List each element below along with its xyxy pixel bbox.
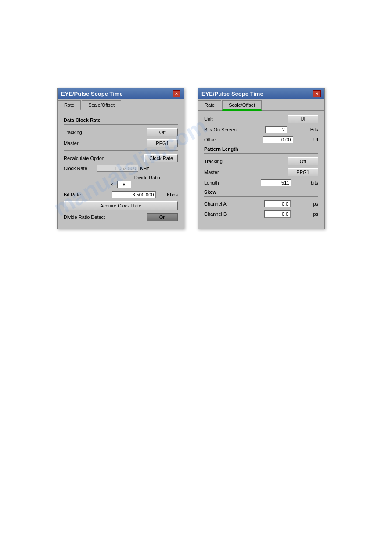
right-tracking-button[interactable]: Off xyxy=(288,157,318,165)
channel-b-label: Channel B xyxy=(204,211,244,217)
right-dialog-content: Unit UI Bits On Screen Bits Offset UI Pa… xyxy=(198,111,324,225)
right-dialog-close-button[interactable]: × xyxy=(313,90,321,97)
bits-on-screen-input[interactable] xyxy=(265,126,287,133)
right-dialog-titlebar: EYE/Pulse Scope Time × xyxy=(198,88,324,99)
left-dialog-tabs: Rate Scale/Offset xyxy=(58,99,184,110)
bottom-rule xyxy=(13,511,379,511)
channel-b-input[interactable] xyxy=(264,210,291,218)
divide-ratio-detect-label: Divide Ratio Detect xyxy=(64,214,105,220)
divide-ratio-value[interactable]: 8 xyxy=(117,181,131,188)
pattern-length-section-label: Pattern Length xyxy=(204,146,318,152)
clock-rate-row: Clock Rate KHz xyxy=(64,165,178,172)
left-dialog: EYE/Pulse Scope Time × Rate Scale/Offset… xyxy=(57,88,184,229)
bits-on-screen-row: Bits On Screen Bits xyxy=(204,126,318,133)
dialogs-container: EYE/Pulse Scope Time × Rate Scale/Offset… xyxy=(57,88,325,229)
skew-divider xyxy=(204,196,318,197)
offset-row: Offset UI xyxy=(204,136,318,143)
left-tab-rate[interactable]: Rate xyxy=(58,100,81,110)
left-dialog-content: Data Clock Rate Tracking Off Master PPG1… xyxy=(58,110,184,229)
left-tab-scale-offset[interactable]: Scale/Offset xyxy=(82,100,121,110)
tracking-button[interactable]: Off xyxy=(147,128,178,136)
data-clock-rate-section-label: Data Clock Rate xyxy=(64,117,178,123)
right-tracking-label: Tracking xyxy=(204,159,244,164)
right-master-row: Master PPG1 xyxy=(204,168,318,176)
length-row: Length bits xyxy=(204,179,318,186)
bit-rate-row: Bit Rate Kbps xyxy=(64,191,178,198)
right-dialog-tabs: Rate Scale/Offset xyxy=(198,99,324,111)
bits-on-screen-unit: Bits xyxy=(310,127,318,132)
unit-row: Unit UI xyxy=(204,115,318,123)
recalculate-row: Recalculate Option Clock Rate xyxy=(64,154,178,162)
multiply-symbol: × xyxy=(110,181,113,188)
divide-ratio-detect-button[interactable]: On xyxy=(147,213,178,221)
bits-on-screen-label: Bits On Screen xyxy=(204,127,244,132)
clock-rate-unit: KHz xyxy=(140,166,149,171)
page: manualslib.com EYE/Pulse Scope Time × Ra… xyxy=(0,0,392,555)
tracking-label: Tracking xyxy=(64,130,103,135)
recalculate-label: Recalculate Option xyxy=(64,156,116,161)
clock-rate-label: Clock Rate xyxy=(64,166,97,171)
bit-rate-unit: Kbps xyxy=(167,192,178,197)
right-master-label: Master xyxy=(204,170,244,175)
bit-rate-label: Bit Rate xyxy=(64,192,103,197)
clock-rate-input[interactable] xyxy=(97,165,138,172)
left-dialog-close-button[interactable]: × xyxy=(173,90,180,97)
master-button[interactable]: PPG1 xyxy=(147,139,178,147)
skew-section-label: Skew xyxy=(204,189,318,195)
offset-unit: UI xyxy=(313,137,318,142)
offset-input[interactable] xyxy=(263,136,293,143)
channel-a-input[interactable] xyxy=(264,200,291,207)
top-rule xyxy=(13,62,379,62)
right-tab-scale-offset[interactable]: Scale/Offset xyxy=(222,100,262,111)
master-label: Master xyxy=(64,141,103,146)
channel-b-row: Channel B ps xyxy=(204,210,318,218)
right-tracking-row: Tracking Off xyxy=(204,157,318,165)
right-dialog: EYE/Pulse Scope Time × Rate Scale/Offset… xyxy=(198,88,325,229)
bit-rate-input[interactable] xyxy=(112,191,156,198)
data-clock-rate-divider xyxy=(64,124,178,125)
channel-a-row: Channel A ps xyxy=(204,200,318,207)
right-master-button[interactable]: PPG1 xyxy=(288,168,318,176)
right-dialog-title: EYE/Pulse Scope Time xyxy=(201,91,263,97)
left-dialog-titlebar: EYE/Pulse Scope Time × xyxy=(58,88,184,99)
recalculate-button[interactable]: Clock Rate xyxy=(144,154,178,162)
offset-label: Offset xyxy=(204,137,244,142)
pattern-length-divider xyxy=(204,153,318,154)
divide-ratio-detect-row: Divide Ratio Detect On xyxy=(64,213,178,221)
divide-ratio-label: Divide Ratio xyxy=(64,175,178,180)
separator2 xyxy=(64,150,178,151)
divide-ratio-row: × 8 xyxy=(64,181,178,188)
length-input[interactable] xyxy=(261,179,291,186)
unit-button[interactable]: UI xyxy=(288,115,318,123)
right-tab-rate[interactable]: Rate xyxy=(198,100,221,110)
left-dialog-title: EYE/Pulse Scope Time xyxy=(61,91,123,97)
channel-a-unit: ps xyxy=(313,201,318,207)
length-unit: bits xyxy=(311,180,318,185)
acquire-clock-rate-button[interactable]: Acquire Clock Rate xyxy=(64,201,178,210)
channel-a-label: Channel A xyxy=(204,201,244,207)
unit-label: Unit xyxy=(204,116,244,122)
master-row: Master PPG1 xyxy=(64,139,178,147)
tracking-row: Tracking Off xyxy=(64,128,178,136)
length-label: Length xyxy=(204,180,244,185)
channel-b-unit: ps xyxy=(313,211,318,217)
